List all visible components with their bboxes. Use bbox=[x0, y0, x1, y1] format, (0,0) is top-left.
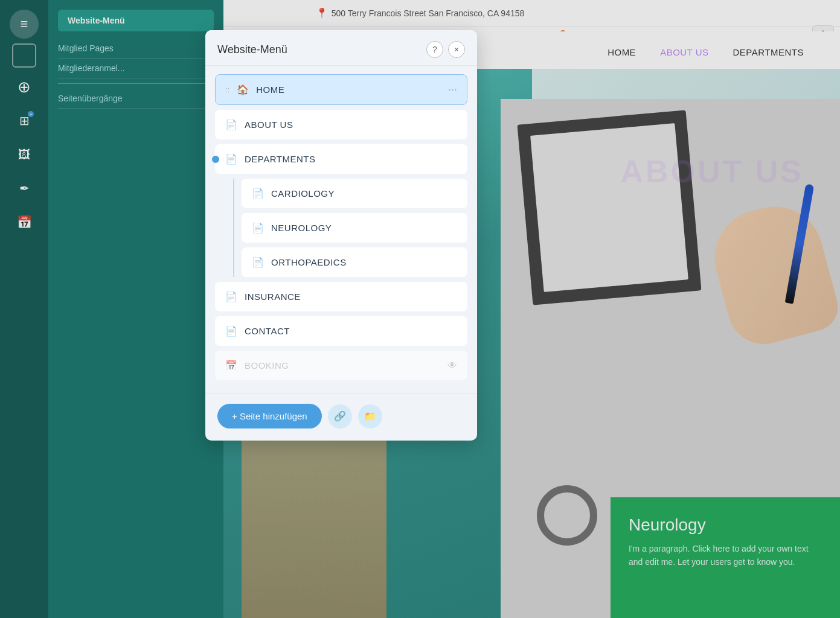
sub-items: 📄 CARDIOLOGY 📄 NEUROLOGY 📄 ORTHOPAEDICS bbox=[242, 179, 467, 277]
departments-label: DEPARTMENTS bbox=[245, 154, 457, 164]
link-btn[interactable]: 🔗 bbox=[328, 404, 352, 428]
departments-page-icon: 📄 bbox=[225, 153, 237, 165]
modal-body: :: 🏠 HOME ··· 📄 ABOUT US 📄 DEPARTMENTS 📄… bbox=[205, 66, 477, 393]
modal-header-actions: ? × bbox=[426, 41, 465, 58]
orthopaedics-icon: 📄 bbox=[252, 256, 264, 268]
close-btn[interactable]: × bbox=[448, 41, 465, 58]
menu-item-home[interactable]: :: 🏠 HOME ··· bbox=[215, 74, 467, 105]
booking-hidden-icon[interactable]: 👁 bbox=[447, 360, 457, 371]
home-more-btn[interactable]: ··· bbox=[448, 83, 457, 96]
modal-title: Website-Menü bbox=[217, 43, 287, 56]
about-us-label: ABOUT US bbox=[245, 119, 457, 130]
add-page-btn[interactable]: + Seite hinzufügen bbox=[217, 404, 322, 428]
modal-header: Website-Menü ? × bbox=[205, 30, 477, 66]
cardiology-icon: 📄 bbox=[252, 188, 264, 199]
menu-item-about-us[interactable]: 📄 ABOUT US bbox=[215, 110, 467, 139]
home-page-icon: 🏠 bbox=[237, 84, 249, 95]
insurance-page-icon: 📄 bbox=[225, 291, 237, 302]
booking-page-icon: 📅 bbox=[225, 360, 237, 371]
contact-page-icon: 📄 bbox=[225, 325, 237, 337]
help-btn[interactable]: ? bbox=[426, 41, 443, 58]
drag-handle[interactable]: :: bbox=[225, 85, 229, 94]
cardiology-label: CARDIOLOGY bbox=[271, 188, 457, 199]
sub-line bbox=[233, 179, 234, 277]
menu-item-departments[interactable]: 📄 DEPARTMENTS bbox=[215, 144, 467, 174]
sub-items-wrapper: 📄 CARDIOLOGY 📄 NEUROLOGY 📄 ORTHOPAEDICS bbox=[229, 179, 467, 277]
menu-item-neurology[interactable]: 📄 NEUROLOGY bbox=[242, 213, 467, 243]
menu-item-insurance[interactable]: 📄 INSURANCE bbox=[215, 282, 467, 311]
menu-item-contact[interactable]: 📄 CONTACT bbox=[215, 316, 467, 346]
modal-footer: + Seite hinzufügen 🔗 📁 bbox=[205, 393, 477, 441]
menu-item-booking[interactable]: 📅 BOOKING 👁 bbox=[215, 351, 467, 380]
orthopaedics-label: ORTHOPAEDICS bbox=[271, 257, 457, 267]
folder-btn[interactable]: 📁 bbox=[358, 404, 382, 428]
expand-dot bbox=[212, 156, 219, 163]
neurology-label: NEUROLOGY bbox=[271, 223, 457, 233]
neurology-icon: 📄 bbox=[252, 222, 264, 234]
insurance-label: INSURANCE bbox=[245, 291, 457, 302]
booking-label: BOOKING bbox=[245, 360, 440, 371]
menu-item-cardiology[interactable]: 📄 CARDIOLOGY bbox=[242, 179, 467, 208]
contact-label: CONTACT bbox=[245, 326, 457, 336]
home-label: HOME bbox=[256, 84, 441, 95]
about-us-page-icon: 📄 bbox=[225, 119, 237, 130]
website-menu-modal: Website-Menü ? × :: 🏠 HOME ··· 📄 ABOUT U… bbox=[205, 30, 477, 441]
menu-item-orthopaedics[interactable]: 📄 ORTHOPAEDICS bbox=[242, 247, 467, 277]
